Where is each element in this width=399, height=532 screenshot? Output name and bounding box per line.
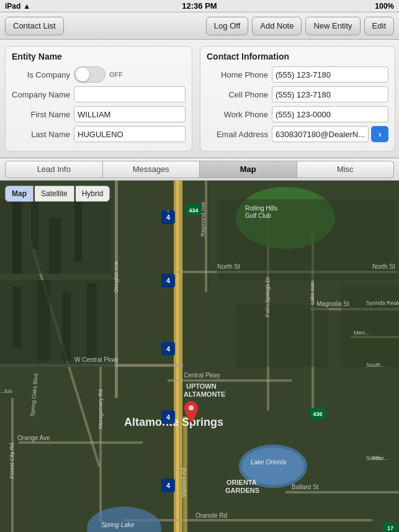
svg-rect-34 <box>217 199 397 280</box>
svg-text:17: 17 <box>387 525 393 531</box>
svg-rect-3 <box>176 181 179 532</box>
is-company-label: Is Company <box>12 70 74 79</box>
svg-text:4: 4 <box>166 413 171 421</box>
company-name-label: Company Name <box>12 90 74 99</box>
svg-rect-26 <box>31 199 38 249</box>
status-time: 12:36 PM <box>182 1 217 11</box>
status-bar: iPad ▲ 12:36 PM 100% <box>0 0 399 12</box>
svg-rect-28 <box>74 199 82 261</box>
svg-text:4: 4 <box>166 214 171 221</box>
svg-text:UPTOWN: UPTOWN <box>186 382 217 390</box>
svg-text:Lake Ave: Lake Ave <box>309 282 315 305</box>
svg-rect-36 <box>236 305 329 367</box>
work-phone-row: Work Phone (555) 123-0000 <box>207 106 388 122</box>
svg-text:Merr...: Merr... <box>354 330 370 336</box>
battery-label: 100% <box>375 2 394 11</box>
last-name-input[interactable] <box>74 126 186 142</box>
last-name-label: Last Name <box>12 130 74 139</box>
home-phone-row: Home Phone (555) 123-7180 <box>207 66 388 83</box>
contact-list-button[interactable]: Contact List <box>5 17 64 35</box>
svg-rect-27 <box>50 218 61 274</box>
svg-text:W Central Pkwy: W Central Pkwy <box>74 356 119 363</box>
svg-text:ORIENTA: ORIENTA <box>226 479 257 486</box>
first-name-input[interactable] <box>74 106 186 122</box>
map-view-button[interactable]: Map <box>5 186 34 202</box>
home-phone-value: (555) 123-7180 <box>272 66 388 83</box>
is-company-row: Is Company OFF <box>12 66 186 83</box>
toggle-state-label: OFF <box>109 71 123 78</box>
toggle-container: OFF <box>74 66 123 83</box>
svg-text:4: 4 <box>166 482 171 489</box>
svg-text:Syonda Reale...: Syonda Reale... <box>366 300 399 306</box>
company-name-input[interactable] <box>74 86 186 102</box>
svg-rect-35 <box>341 286 399 367</box>
svg-text:Central Pkwy: Central Pkwy <box>184 372 220 379</box>
svg-text:4: 4 <box>166 277 171 284</box>
info-panel: Entity Name Is Company OFF Company Name … <box>0 40 399 158</box>
first-name-label: First Name <box>12 110 74 119</box>
svg-text:ALTAMONTE: ALTAMONTE <box>184 390 225 398</box>
contact-panel: Contact Information Home Phone (555) 123… <box>200 46 395 151</box>
map-controls: Map Satellite Hybrid <box>5 186 110 202</box>
email-go-button[interactable]: › <box>371 126 388 142</box>
svg-rect-33 <box>87 283 97 358</box>
first-name-row: First Name <box>12 106 186 122</box>
toggle-knob <box>76 68 89 81</box>
svg-text:Ballard St: Ballard St <box>292 484 319 490</box>
svg-text:Lake Orienta: Lake Orienta <box>251 459 287 466</box>
svg-rect-30 <box>12 286 22 348</box>
tab-misc[interactable]: Misc <box>297 161 395 178</box>
company-name-row: Company Name <box>12 86 186 102</box>
chevron-right-icon: › <box>379 129 382 139</box>
home-phone-label: Home Phone <box>207 70 272 79</box>
svg-text:Douglas Ave: Douglas Ave <box>113 261 119 292</box>
tab-map[interactable]: Map <box>200 161 297 178</box>
tab-bar: Lead Info Messages Map Misc <box>0 158 399 181</box>
tab-lead-info[interactable]: Lead Info <box>5 161 103 178</box>
map-area[interactable]: Altamonte Springs UPTOWN ALTAMONTE ORIEN… <box>0 181 399 532</box>
cell-phone-label: Cell Phone <box>207 90 272 99</box>
tab-messages[interactable]: Messages <box>103 161 200 178</box>
work-phone-label: Work Phone <box>207 110 272 119</box>
entity-panel-title: Entity Name <box>12 52 186 61</box>
email-label: Email Address <box>207 130 272 139</box>
svg-text:Magnolia St: Magnolia St <box>316 300 349 307</box>
svg-text:434: 434 <box>189 207 198 214</box>
svg-rect-15 <box>124 519 372 521</box>
svg-text:Golf Club: Golf Club <box>245 212 271 219</box>
svg-text:Palm Springs Dr: Palm Springs Dr <box>264 276 271 317</box>
svg-text:Wymore Rd: Wymore Rd <box>181 468 187 497</box>
status-left: iPad ▲ <box>5 2 30 11</box>
svg-text:Spring Lake: Spring Lake <box>101 521 135 528</box>
svg-text:I: I <box>168 209 169 214</box>
satellite-view-button[interactable]: Satellite <box>35 186 74 202</box>
status-right: 100% <box>375 2 394 11</box>
svg-text:Rolling Hills: Rolling Hills <box>245 205 277 212</box>
svg-rect-31 <box>37 280 50 361</box>
log-off-button[interactable]: Log Off <box>206 17 248 35</box>
svg-text:Montgomery Rd: Montgomery Rd <box>97 389 104 429</box>
contact-panel-title: Contact Information <box>207 52 388 61</box>
carrier-label: iPad <box>5 2 20 11</box>
svg-point-92 <box>189 405 194 410</box>
new-entity-button[interactable]: New Entity <box>305 17 360 35</box>
add-note-button[interactable]: Add Note <box>252 17 302 35</box>
email-value: 6308307180@DealerN... <box>272 126 369 142</box>
svg-text:...tus: ...tus <box>0 388 12 394</box>
email-row: Email Address 6308307180@DealerN... › <box>207 126 388 142</box>
last-name-row: Last Name <box>12 126 186 142</box>
svg-rect-19 <box>19 441 143 444</box>
svg-text:Oranole Rd: Oranole Rd <box>195 512 227 519</box>
svg-text:South...: South... <box>366 362 385 368</box>
hybrid-view-button[interactable]: Hybrid <box>76 186 110 202</box>
wifi-icon: ▲ <box>23 2 30 11</box>
entity-panel: Entity Name Is Company OFF Company Name … <box>5 46 192 151</box>
svg-text:Forest City Rd: Forest City Rd <box>9 443 15 479</box>
svg-text:436: 436 <box>313 411 322 417</box>
svg-text:4: 4 <box>166 345 171 353</box>
is-company-toggle[interactable] <box>74 66 105 83</box>
svg-text:Prair...: Prair... <box>372 455 388 461</box>
svg-text:Orange Ave: Orange Ave <box>17 435 50 441</box>
edit-button[interactable]: Edit <box>364 17 394 35</box>
svg-rect-25 <box>12 199 22 274</box>
